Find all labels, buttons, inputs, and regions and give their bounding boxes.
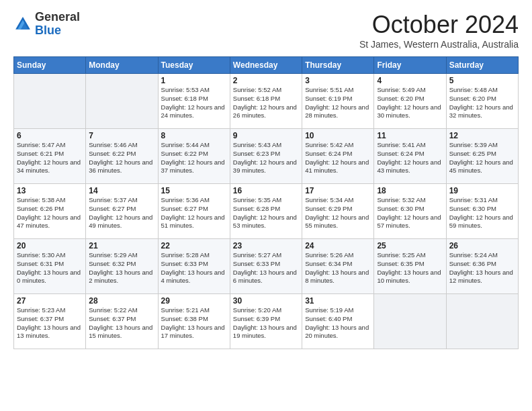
- calendar-cell: 7Sunrise: 5:46 AM Sunset: 6:22 PM Daylig…: [86, 129, 158, 184]
- day-number: 21: [89, 241, 154, 250]
- day-number: 22: [161, 241, 227, 250]
- day-info: Sunrise: 5:39 AM Sunset: 6:25 PM Dayligh…: [449, 141, 515, 175]
- day-info: Sunrise: 5:20 AM Sunset: 6:39 PM Dayligh…: [233, 306, 299, 340]
- month-title: October 2024: [359, 11, 519, 39]
- day-number: 14: [89, 186, 154, 195]
- day-number: 4: [377, 76, 443, 85]
- calendar-cell: 11Sunrise: 5:41 AM Sunset: 6:24 PM Dayli…: [374, 129, 446, 184]
- day-number: 16: [233, 186, 299, 195]
- day-info: Sunrise: 5:21 AM Sunset: 6:38 PM Dayligh…: [161, 306, 227, 340]
- calendar-cell: 16Sunrise: 5:35 AM Sunset: 6:28 PM Dayli…: [230, 184, 302, 239]
- calendar-cell: 23Sunrise: 5:27 AM Sunset: 6:33 PM Dayli…: [230, 239, 302, 294]
- day-info: Sunrise: 5:43 AM Sunset: 6:23 PM Dayligh…: [233, 141, 299, 175]
- day-number: 26: [449, 241, 515, 250]
- location: St James, Western Australia, Australia: [359, 39, 519, 50]
- day-info: Sunrise: 5:24 AM Sunset: 6:36 PM Dayligh…: [449, 251, 515, 285]
- logo-icon: [13, 15, 32, 34]
- day-number: 17: [305, 186, 371, 195]
- day-number: 28: [89, 296, 154, 306]
- day-info: Sunrise: 5:48 AM Sunset: 6:20 PM Dayligh…: [449, 86, 515, 120]
- col-header-wednesday: Wednesday: [230, 57, 302, 74]
- day-number: 25: [377, 241, 443, 250]
- calendar-cell: 3Sunrise: 5:51 AM Sunset: 6:19 PM Daylig…: [302, 74, 374, 129]
- calendar-cell: [374, 294, 446, 349]
- calendar-cell: 31Sunrise: 5:19 AM Sunset: 6:40 PM Dayli…: [302, 294, 374, 349]
- calendar-week-row: 27Sunrise: 5:23 AM Sunset: 6:37 PM Dayli…: [14, 294, 519, 349]
- day-number: 20: [17, 241, 83, 250]
- calendar-cell: 28Sunrise: 5:22 AM Sunset: 6:37 PM Dayli…: [86, 294, 158, 349]
- day-number: 29: [161, 296, 227, 306]
- day-info: Sunrise: 5:30 AM Sunset: 6:31 PM Dayligh…: [17, 251, 83, 285]
- calendar-cell: [446, 294, 518, 349]
- day-info: Sunrise: 5:47 AM Sunset: 6:21 PM Dayligh…: [17, 141, 83, 175]
- day-number: 8: [161, 131, 227, 140]
- day-number: 24: [305, 241, 371, 250]
- col-header-saturday: Saturday: [446, 57, 518, 74]
- day-info: Sunrise: 5:31 AM Sunset: 6:30 PM Dayligh…: [449, 196, 515, 230]
- calendar-cell: 26Sunrise: 5:24 AM Sunset: 6:36 PM Dayli…: [446, 239, 518, 294]
- header: General Blue October 2024 St James, West…: [13, 11, 519, 50]
- col-header-monday: Monday: [86, 57, 158, 74]
- day-number: 3: [305, 76, 371, 85]
- day-number: 5: [449, 76, 515, 85]
- calendar-cell: 25Sunrise: 5:25 AM Sunset: 6:35 PM Dayli…: [374, 239, 446, 294]
- calendar-cell: 30Sunrise: 5:20 AM Sunset: 6:39 PM Dayli…: [230, 294, 302, 349]
- calendar-cell: 2Sunrise: 5:52 AM Sunset: 6:18 PM Daylig…: [230, 74, 302, 129]
- calendar-cell: [14, 74, 86, 129]
- calendar-cell: 19Sunrise: 5:31 AM Sunset: 6:30 PM Dayli…: [446, 184, 518, 239]
- day-number: 2: [233, 76, 299, 85]
- page: General Blue October 2024 St James, West…: [0, 0, 532, 411]
- logo: General Blue: [13, 11, 80, 38]
- day-number: 31: [305, 296, 371, 306]
- calendar-cell: 15Sunrise: 5:36 AM Sunset: 6:27 PM Dayli…: [158, 184, 230, 239]
- day-info: Sunrise: 5:53 AM Sunset: 6:18 PM Dayligh…: [161, 86, 227, 120]
- day-info: Sunrise: 5:51 AM Sunset: 6:19 PM Dayligh…: [305, 86, 371, 120]
- day-info: Sunrise: 5:44 AM Sunset: 6:22 PM Dayligh…: [161, 141, 227, 175]
- day-number: 19: [449, 186, 515, 195]
- calendar-cell: 17Sunrise: 5:34 AM Sunset: 6:29 PM Dayli…: [302, 184, 374, 239]
- calendar-cell: 21Sunrise: 5:29 AM Sunset: 6:32 PM Dayli…: [86, 239, 158, 294]
- calendar-cell: 18Sunrise: 5:32 AM Sunset: 6:30 PM Dayli…: [374, 184, 446, 239]
- calendar-header-row: SundayMondayTuesdayWednesdayThursdayFrid…: [14, 57, 519, 74]
- calendar-cell: 24Sunrise: 5:26 AM Sunset: 6:34 PM Dayli…: [302, 239, 374, 294]
- day-number: 10: [305, 131, 371, 140]
- day-info: Sunrise: 5:25 AM Sunset: 6:35 PM Dayligh…: [377, 251, 443, 285]
- day-info: Sunrise: 5:38 AM Sunset: 6:26 PM Dayligh…: [17, 196, 83, 230]
- calendar-cell: 12Sunrise: 5:39 AM Sunset: 6:25 PM Dayli…: [446, 129, 518, 184]
- calendar-cell: 22Sunrise: 5:28 AM Sunset: 6:33 PM Dayli…: [158, 239, 230, 294]
- calendar-table: SundayMondayTuesdayWednesdayThursdayFrid…: [13, 56, 519, 349]
- col-header-tuesday: Tuesday: [158, 57, 230, 74]
- calendar-week-row: 1Sunrise: 5:53 AM Sunset: 6:18 PM Daylig…: [14, 74, 519, 129]
- title-block: October 2024 St James, Western Australia…: [359, 11, 519, 50]
- day-number: 27: [17, 296, 83, 306]
- day-info: Sunrise: 5:27 AM Sunset: 6:33 PM Dayligh…: [233, 251, 299, 285]
- day-info: Sunrise: 5:36 AM Sunset: 6:27 PM Dayligh…: [161, 196, 227, 230]
- day-info: Sunrise: 5:42 AM Sunset: 6:24 PM Dayligh…: [305, 141, 371, 175]
- day-number: 30: [233, 296, 299, 306]
- day-info: Sunrise: 5:35 AM Sunset: 6:28 PM Dayligh…: [233, 196, 299, 230]
- day-info: Sunrise: 5:41 AM Sunset: 6:24 PM Dayligh…: [377, 141, 443, 175]
- day-number: 15: [161, 186, 227, 195]
- calendar-cell: 20Sunrise: 5:30 AM Sunset: 6:31 PM Dayli…: [14, 239, 86, 294]
- day-info: Sunrise: 5:22 AM Sunset: 6:37 PM Dayligh…: [89, 306, 154, 340]
- day-number: 18: [377, 186, 443, 195]
- day-info: Sunrise: 5:49 AM Sunset: 6:20 PM Dayligh…: [377, 86, 443, 120]
- day-info: Sunrise: 5:37 AM Sunset: 6:27 PM Dayligh…: [89, 196, 154, 230]
- day-info: Sunrise: 5:32 AM Sunset: 6:30 PM Dayligh…: [377, 196, 443, 230]
- col-header-thursday: Thursday: [302, 57, 374, 74]
- calendar-cell: 29Sunrise: 5:21 AM Sunset: 6:38 PM Dayli…: [158, 294, 230, 349]
- day-number: 12: [449, 131, 515, 140]
- calendar-week-row: 20Sunrise: 5:30 AM Sunset: 6:31 PM Dayli…: [14, 239, 519, 294]
- day-info: Sunrise: 5:28 AM Sunset: 6:33 PM Dayligh…: [161, 251, 227, 285]
- calendar-cell: 6Sunrise: 5:47 AM Sunset: 6:21 PM Daylig…: [14, 129, 86, 184]
- col-header-sunday: Sunday: [14, 57, 86, 74]
- day-info: Sunrise: 5:52 AM Sunset: 6:18 PM Dayligh…: [233, 86, 299, 120]
- day-number: 6: [17, 131, 83, 140]
- day-info: Sunrise: 5:19 AM Sunset: 6:40 PM Dayligh…: [305, 306, 371, 340]
- calendar-cell: 14Sunrise: 5:37 AM Sunset: 6:27 PM Dayli…: [86, 184, 158, 239]
- calendar-cell: 8Sunrise: 5:44 AM Sunset: 6:22 PM Daylig…: [158, 129, 230, 184]
- calendar-cell: 4Sunrise: 5:49 AM Sunset: 6:20 PM Daylig…: [374, 74, 446, 129]
- day-number: 9: [233, 131, 299, 140]
- day-info: Sunrise: 5:26 AM Sunset: 6:34 PM Dayligh…: [305, 251, 371, 285]
- day-number: 13: [17, 186, 83, 195]
